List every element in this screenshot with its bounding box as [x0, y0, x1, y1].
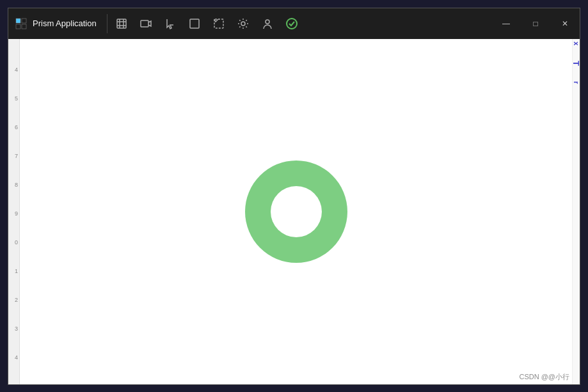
- toolbar: [110, 12, 491, 35]
- svg-point-14: [287, 19, 297, 29]
- rect-tool-button[interactable]: [183, 12, 206, 35]
- content-area: 4 5 6 7 8 9 0 1 2 3 4 x T r: [8, 39, 580, 384]
- ruler-mark-6: 6: [8, 125, 19, 130]
- svg-rect-2: [16, 24, 20, 29]
- right-label-T: T: [571, 61, 580, 66]
- close-button[interactable]: ✕: [550, 8, 580, 39]
- select-tool-button[interactable]: [207, 12, 230, 35]
- left-ruler: 4 5 6 7 8 9 0 1 2 3 4: [8, 39, 20, 384]
- ruler-mark-0: 0: [8, 240, 19, 246]
- titlebar-separator: [107, 14, 107, 33]
- minimize-button[interactable]: —: [491, 8, 521, 39]
- video-tool-button[interactable]: [134, 12, 157, 35]
- ruler-mark-3: 3: [8, 326, 19, 332]
- right-edge: x T r: [572, 39, 580, 384]
- window-title: Prism Application: [33, 19, 97, 28]
- settings-tool-button[interactable]: [232, 12, 255, 35]
- window-controls: — □ ✕: [491, 8, 580, 39]
- svg-rect-3: [22, 24, 26, 29]
- svg-point-12: [241, 22, 245, 26]
- main-window: Prism Application: [8, 8, 580, 385]
- person-tool-button[interactable]: [256, 12, 279, 35]
- svg-rect-4: [117, 19, 126, 28]
- svg-rect-1: [22, 19, 26, 23]
- right-label-r: r: [573, 81, 580, 84]
- svg-rect-9: [141, 20, 148, 27]
- ruler-mark-2: 2: [8, 297, 19, 303]
- ruler-mark-1: 1: [8, 269, 19, 274]
- ruler-mark-7: 7: [8, 153, 19, 159]
- svg-point-13: [266, 20, 269, 24]
- svg-rect-11: [214, 19, 223, 28]
- ruler-mark-4: 4: [8, 67, 19, 73]
- ruler-mark-9: 9: [8, 211, 19, 217]
- titlebar: Prism Application: [8, 8, 580, 39]
- maximize-button[interactable]: □: [521, 8, 550, 39]
- ruler-mark-4b: 4: [8, 355, 19, 361]
- app-icon: [15, 17, 28, 30]
- pointer-tool-button[interactable]: [110, 12, 133, 35]
- canvas-area[interactable]: [20, 39, 572, 384]
- donut-shape: [245, 161, 347, 263]
- ruler-mark-8: 8: [8, 182, 19, 188]
- check-tool-button[interactable]: [280, 12, 303, 35]
- donut-inner-circle: [271, 186, 322, 237]
- cursor-tool-button[interactable]: [159, 12, 182, 35]
- watermark: CSDN @@小行: [519, 372, 569, 382]
- ruler-mark-5: 5: [8, 96, 19, 102]
- svg-rect-0: [16, 19, 20, 23]
- svg-rect-10: [190, 19, 199, 28]
- right-label-x: x: [573, 42, 580, 45]
